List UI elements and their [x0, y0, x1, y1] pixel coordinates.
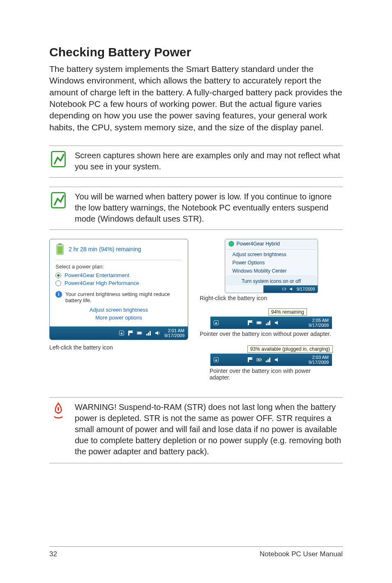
network-icon[interactable]: [145, 330, 152, 336]
hover-plugged-figure: 93% available (plugged in, charging) ▲ 2…: [210, 345, 333, 381]
network-icon[interactable]: [265, 356, 272, 363]
battery-tooltip: 93% available (plugged in, charging): [247, 345, 333, 353]
battery-context-menu: Power4Gear Hybrid Adjust screen brightne…: [225, 239, 318, 293]
flag-icon[interactable]: [247, 356, 254, 363]
note-box: Screen captures shown here are examples …: [49, 146, 343, 178]
adjust-brightness-link[interactable]: Adjust screen brightness: [55, 306, 182, 314]
divider: [55, 260, 182, 260]
tray-overflow-icon[interactable]: ▲: [214, 357, 219, 362]
warning-icon: [49, 402, 67, 420]
tray-time: 2:01 AM: [164, 328, 184, 333]
more-power-options-link[interactable]: More power options: [55, 314, 182, 322]
figure-caption: Pointer over the battery icon without po…: [200, 331, 331, 337]
power-plan-label: Power4Gear Entertainment: [65, 272, 129, 278]
svg-point-9: [229, 241, 234, 246]
flag-icon[interactable]: [127, 330, 134, 336]
battery-remaining-text: 2 hr 28 min (94%) remaining: [69, 246, 141, 252]
battery-status-row: 2 hr 28 min (94%) remaining: [50, 239, 188, 257]
hover-unplugged-figure: 94% remaining ▲ 2:05 AM 9/17/2009 Pointe…: [200, 308, 343, 337]
battery-icon: [55, 243, 65, 255]
ctx-system-icons[interactable]: Turn system icons on or off: [225, 277, 318, 285]
note-text: You will be warned when battery power is…: [75, 191, 343, 224]
note-box: You will be warned when battery power is…: [49, 187, 343, 230]
svg-rect-15: [257, 322, 261, 324]
volume-icon[interactable]: [274, 356, 281, 363]
network-icon[interactable]: [265, 319, 272, 326]
flag-icon[interactable]: [247, 319, 254, 326]
figure-caption: Left-click the battery icon: [49, 344, 188, 351]
page-number: 32: [49, 550, 57, 558]
page-heading: Checking Battery Power: [49, 45, 343, 59]
svg-rect-7: [141, 333, 142, 333]
battery-flyout-panel: 2 hr 28 min (94%) remaining Select a pow…: [49, 239, 188, 340]
note-icon: [49, 191, 67, 209]
figure-caption: Right-click the battery icon: [200, 295, 267, 301]
power-plan-header: Select a power plan:: [50, 263, 188, 271]
tray-overflow-icon[interactable]: ▲: [119, 331, 124, 335]
brightness-info-row: i Your current brightness setting might …: [50, 287, 188, 304]
page-footer: 32 Notebook PC User Manual: [49, 546, 343, 558]
tray-clock[interactable]: 2:05 AM 9/17/2009: [309, 318, 329, 328]
svg-rect-16: [248, 357, 249, 362]
power-plan-label: Power4Gear High Performance: [65, 280, 139, 286]
brightness-info-text: Your current brightness setting might re…: [65, 291, 182, 303]
ctx-power-options[interactable]: Power Options: [225, 259, 318, 267]
note-text: Screen captures shown here are examples …: [75, 150, 343, 172]
ctx-adjust-brightness[interactable]: Adjust screen brightness: [225, 250, 318, 259]
ctx-mobility-center[interactable]: Windows Mobility Center: [225, 267, 318, 275]
divider: [227, 249, 316, 250]
volume-icon[interactable]: [274, 319, 281, 326]
tray-time: 2:05 AM: [309, 318, 329, 323]
context-menu-header[interactable]: Power4Gear Hybrid: [225, 239, 318, 248]
volume-icon[interactable]: [289, 287, 294, 292]
battery-icon[interactable]: [136, 330, 143, 336]
svg-rect-10: [283, 288, 286, 290]
tray-icons: [127, 330, 161, 336]
svg-rect-14: [261, 322, 262, 323]
power-plan-option[interactable]: Power4Gear High Performance: [50, 279, 188, 287]
battery-icon[interactable]: [256, 319, 263, 326]
tray-clock[interactable]: 2:01 AM 9/17/2009: [164, 328, 184, 338]
svg-rect-19: [58, 407, 59, 411]
svg-rect-12: [248, 320, 249, 325]
context-menu-header-label: Power4Gear Hybrid: [237, 241, 280, 247]
tray-date: 9/17/2009: [309, 323, 329, 328]
svg-rect-5: [128, 331, 129, 335]
battery-icon[interactable]: [282, 287, 287, 292]
power-links: Adjust screen brightness More power opti…: [50, 304, 188, 326]
svg-rect-4: [58, 246, 62, 254]
battery-tooltip: 94% remaining: [268, 308, 307, 316]
manual-title: Notebook PC User Manual: [260, 550, 343, 558]
warning-box: WARNING! Suspend-to-RAM (STR) does not l…: [49, 397, 343, 463]
tray-clock[interactable]: 2:03 AM 9/17/2009: [309, 355, 329, 365]
system-tray: ▲ 2:01 AM 9/17/2009: [50, 326, 188, 340]
system-tray: ▲ 2:03 AM 9/17/2009: [210, 354, 332, 366]
tray-date: 9/17/2009: [309, 360, 329, 365]
divider: [227, 276, 316, 276]
system-tray: ▲ 2:05 AM 9/17/2009: [210, 317, 332, 329]
info-icon: i: [55, 291, 62, 298]
document-page: Checking Battery Power The battery syste…: [0, 0, 392, 583]
svg-rect-11: [286, 289, 286, 289]
tray-date: 9/17/2009: [297, 287, 315, 292]
p4g-icon: [228, 241, 234, 247]
system-tray: 9/17/2009: [263, 285, 318, 293]
battery-charging-icon[interactable]: [256, 356, 263, 363]
svg-rect-8: [138, 332, 141, 334]
intro-paragraph: The battery system implements the Smart …: [49, 63, 343, 133]
radio-icon: [55, 280, 61, 286]
svg-rect-18: [261, 359, 262, 360]
note-icon: [49, 150, 67, 168]
radio-icon: [55, 273, 61, 278]
tray-overflow-icon[interactable]: ▲: [214, 320, 219, 325]
svg-point-20: [58, 412, 60, 414]
context-menu-figure: Power4Gear Hybrid Adjust screen brightne…: [200, 239, 343, 301]
volume-icon[interactable]: [154, 330, 161, 336]
figure-left: 2 hr 28 min (94%) remaining Select a pow…: [49, 239, 188, 381]
figures-row: 2 hr 28 min (94%) remaining Select a pow…: [49, 239, 343, 381]
figure-right-column: Power4Gear Hybrid Adjust screen brightne…: [200, 239, 343, 381]
tray-time: 2:03 AM: [309, 355, 329, 360]
power-plan-option[interactable]: Power4Gear Entertainment: [50, 271, 188, 279]
figure-caption: Pointer over the battery icon with power…: [210, 368, 333, 381]
warning-text: WARNING! Suspend-to-RAM (STR) does not l…: [75, 402, 343, 457]
